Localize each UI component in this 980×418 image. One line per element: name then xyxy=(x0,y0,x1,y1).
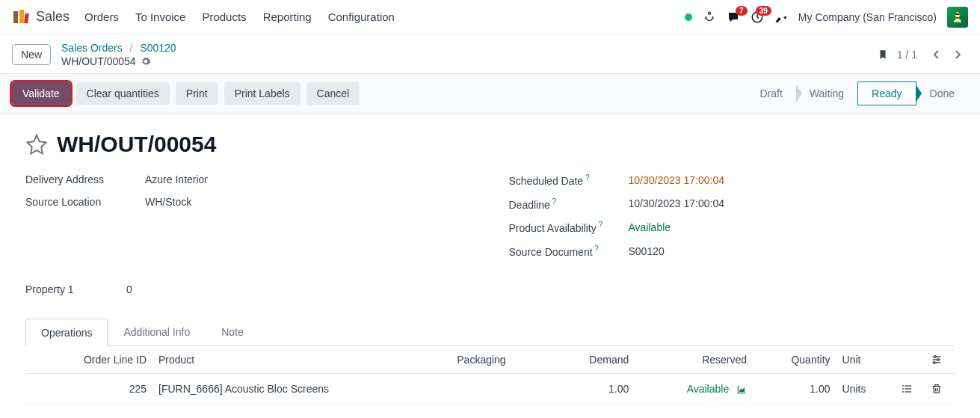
deadline-label: Deadline xyxy=(509,197,629,211)
validate-button[interactable]: Validate xyxy=(12,82,70,105)
user-avatar[interactable] xyxy=(947,7,968,28)
cell-product[interactable]: [FURN_6666] Acoustic Bloc Screens xyxy=(152,373,451,404)
form-grid: Delivery Address Azure Interior Source L… xyxy=(25,173,955,268)
nav-links: Orders To Invoice Products Reporting Con… xyxy=(84,10,685,23)
scheduled-date-label: Scheduled Date xyxy=(509,173,629,187)
status-dot-icon xyxy=(685,13,692,21)
status-ready[interactable]: Ready xyxy=(857,82,916,105)
property-1-value[interactable]: 0 xyxy=(126,283,132,295)
nav-link-reporting[interactable]: Reporting xyxy=(263,10,312,23)
clear-quantities-button[interactable]: Clear quantities xyxy=(76,82,170,105)
col-demand[interactable]: Demand xyxy=(550,346,635,374)
form-col-right: Scheduled Date 10/30/2023 17:00:04 Deadl… xyxy=(509,173,955,268)
svg-rect-20 xyxy=(905,391,911,392)
svg-rect-1 xyxy=(19,10,24,23)
source-document-value[interactable]: S00120 xyxy=(629,245,665,257)
gear-icon[interactable] xyxy=(141,56,151,67)
company-selector[interactable]: My Company (San Francisco) xyxy=(798,11,937,23)
title-row: WH/OUT/00054 xyxy=(25,132,955,157)
svg-rect-15 xyxy=(902,385,905,386)
cancel-button[interactable]: Cancel xyxy=(306,82,360,105)
col-reserved[interactable]: Reserved xyxy=(635,346,753,374)
svg-point-14 xyxy=(933,361,935,363)
detailed-operations-icon[interactable] xyxy=(901,383,919,395)
tab-note[interactable]: Note xyxy=(206,318,259,345)
app-name[interactable]: Sales xyxy=(36,9,70,25)
print-button[interactable]: Print xyxy=(176,82,218,105)
breadcrumb: Sales Orders / S00120 WH/OUT/00054 xyxy=(61,42,176,67)
table-row[interactable]: 225 [FURN_6666] Acoustic Bloc Screens 1.… xyxy=(25,373,955,404)
status-bar: Draft Waiting Ready Done xyxy=(747,82,968,105)
new-button[interactable]: New xyxy=(12,44,51,65)
col-packaging[interactable]: Packaging xyxy=(451,346,550,374)
breadcrumb-sep: / xyxy=(130,42,133,54)
operations-table: Order Line ID Product Packaging Demand R… xyxy=(25,346,955,405)
svg-rect-17 xyxy=(902,388,905,389)
breadcrumb-current: WH/OUT/00054 xyxy=(61,55,136,67)
star-icon[interactable] xyxy=(25,133,48,156)
nav-link-configuration[interactable]: Configuration xyxy=(328,10,395,23)
breadcrumb-sales-orders[interactable]: Sales Orders xyxy=(61,42,123,54)
content: WH/OUT/00054 Delivery Address Azure Inte… xyxy=(0,114,980,414)
action-bar: Validate Clear quantities Print Print La… xyxy=(0,73,980,114)
document-title: WH/OUT/00054 xyxy=(57,132,216,157)
nav-link-orders[interactable]: Orders xyxy=(84,10,119,23)
cell-quantity[interactable]: 1.00 xyxy=(753,373,836,404)
activities-icon[interactable]: 39 xyxy=(751,10,764,24)
deadline-value[interactable]: 10/30/2023 17:00:04 xyxy=(629,197,724,209)
pager-count: 1 / 1 xyxy=(897,49,917,61)
forecast-icon[interactable] xyxy=(736,384,747,395)
svg-rect-16 xyxy=(905,385,911,386)
pager-prev-button[interactable] xyxy=(926,44,947,65)
svg-rect-2 xyxy=(24,13,29,23)
cell-packaging[interactable] xyxy=(451,373,550,404)
print-labels-button[interactable]: Print Labels xyxy=(224,82,301,105)
col-order-line-id[interactable]: Order Line ID xyxy=(55,346,152,374)
table-settings-icon[interactable] xyxy=(931,354,949,366)
control-bar: New Sales Orders / S00120 WH/OUT/00054 1… xyxy=(0,34,980,73)
source-document-label: Source Document xyxy=(509,245,629,258)
col-product[interactable]: Product xyxy=(152,346,451,374)
delivery-address-label: Delivery Address xyxy=(25,173,145,185)
messages-badge: 7 xyxy=(736,6,748,16)
product-availability-value: Available xyxy=(629,221,671,233)
svg-point-3 xyxy=(708,12,710,14)
source-location-value[interactable]: WH/Stock xyxy=(145,196,191,208)
svg-point-12 xyxy=(937,358,940,360)
col-unit[interactable]: Unit xyxy=(836,346,895,374)
cell-demand[interactable]: 1.00 xyxy=(550,373,635,404)
messages-icon[interactable]: 7 xyxy=(727,10,740,24)
tab-additional-info[interactable]: Additional Info xyxy=(108,318,206,345)
property-1-label: Property 1 xyxy=(25,283,126,295)
delivery-address-value[interactable]: Azure Interior xyxy=(145,173,208,185)
scheduled-date-value[interactable]: 10/30/2023 17:00:04 xyxy=(629,174,724,186)
top-nav: Sales Orders To Invoice Products Reporti… xyxy=(0,0,980,34)
form-col-left: Delivery Address Azure Interior Source L… xyxy=(25,173,472,268)
col-quantity[interactable]: Quantity xyxy=(753,346,836,374)
pager-next-button[interactable] xyxy=(947,44,968,65)
cell-unit[interactable]: Units xyxy=(836,373,895,404)
svg-rect-8 xyxy=(955,13,961,15)
svg-point-10 xyxy=(934,355,937,357)
nav-link-products[interactable]: Products xyxy=(202,10,246,23)
source-location-label: Source Location xyxy=(25,196,145,208)
status-waiting[interactable]: Waiting xyxy=(796,82,857,105)
pager: 1 / 1 xyxy=(878,44,968,65)
nav-link-to-invoice[interactable]: To Invoice xyxy=(135,10,186,23)
cell-reserved: Available xyxy=(635,373,753,404)
app-icon[interactable] xyxy=(12,8,30,26)
bookmark-icon[interactable] xyxy=(878,49,888,61)
debug-icon[interactable] xyxy=(703,10,716,24)
cell-order-line-id: 225 xyxy=(55,373,152,404)
delete-row-icon[interactable] xyxy=(931,383,949,395)
status-done[interactable]: Done xyxy=(916,82,968,105)
tools-icon[interactable] xyxy=(774,10,788,24)
reserved-status: Available xyxy=(687,383,730,395)
svg-rect-19 xyxy=(902,391,905,392)
activities-badge: 39 xyxy=(756,6,771,16)
product-availability-label: Product Availability xyxy=(509,221,629,234)
svg-rect-0 xyxy=(13,11,18,23)
status-draft[interactable]: Draft xyxy=(747,82,796,105)
tab-operations[interactable]: Operations xyxy=(25,319,108,346)
breadcrumb-order[interactable]: S00120 xyxy=(140,42,176,54)
